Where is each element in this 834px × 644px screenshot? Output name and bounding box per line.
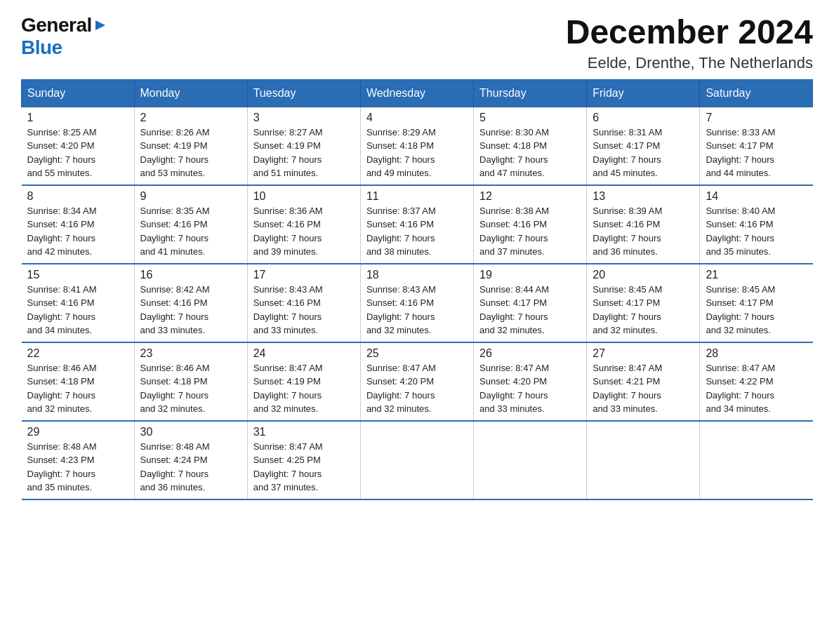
day-number: 24 [253,347,355,360]
day-number: 11 [366,190,468,203]
day-number: 20 [593,269,694,281]
day-header-wednesday: Wednesday [360,79,473,107]
calendar-cell: 23Sunrise: 8:46 AM Sunset: 4:18 PM Dayli… [134,342,247,421]
logo-general: General [21,14,92,36]
day-number: 1 [27,112,128,124]
calendar-cell [700,421,813,499]
calendar-cell: 27Sunrise: 8:47 AM Sunset: 4:21 PM Dayli… [587,342,700,421]
calendar-table: SundayMondayTuesdayWednesdayThursdayFrid… [21,79,813,500]
day-info: Sunrise: 8:37 AM Sunset: 4:16 PM Dayligh… [366,204,468,259]
day-number: 10 [253,190,355,203]
calendar-cell: 19Sunrise: 8:44 AM Sunset: 4:17 PM Dayli… [474,264,587,342]
day-info: Sunrise: 8:47 AM Sunset: 4:20 PM Dayligh… [366,361,468,416]
day-number: 8 [27,190,128,203]
logo: General Blue [21,14,107,59]
day-info: Sunrise: 8:48 AM Sunset: 4:23 PM Dayligh… [27,440,128,495]
week-row-3: 15Sunrise: 8:41 AM Sunset: 4:16 PM Dayli… [22,264,813,342]
day-number: 31 [253,426,355,438]
title-block: December 2024 Eelde, Drenthe, The Nether… [566,14,813,72]
day-info: Sunrise: 8:44 AM Sunset: 4:17 PM Dayligh… [479,283,581,337]
page-title: December 2024 [566,14,813,51]
day-number: 3 [253,112,355,124]
day-info: Sunrise: 8:46 AM Sunset: 4:18 PM Dayligh… [27,361,128,416]
calendar-cell: 26Sunrise: 8:47 AM Sunset: 4:20 PM Dayli… [474,342,587,421]
calendar-cell: 11Sunrise: 8:37 AM Sunset: 4:16 PM Dayli… [360,185,473,264]
calendar-cell: 18Sunrise: 8:43 AM Sunset: 4:16 PM Dayli… [360,264,473,342]
day-number: 9 [140,190,241,203]
day-number: 2 [140,112,241,124]
day-info: Sunrise: 8:41 AM Sunset: 4:16 PM Dayligh… [27,283,128,337]
calendar-cell: 10Sunrise: 8:36 AM Sunset: 4:16 PM Dayli… [247,185,360,264]
day-info: Sunrise: 8:46 AM Sunset: 4:18 PM Dayligh… [140,361,241,416]
page-header: General Blue December 2024 Eelde, Drenth… [21,14,813,72]
day-number: 4 [366,112,468,124]
day-info: Sunrise: 8:34 AM Sunset: 4:16 PM Dayligh… [27,204,128,259]
svg-marker-0 [95,20,105,30]
week-row-1: 1Sunrise: 8:25 AM Sunset: 4:20 PM Daylig… [22,107,813,185]
day-info: Sunrise: 8:45 AM Sunset: 4:17 PM Dayligh… [706,283,807,337]
day-info: Sunrise: 8:45 AM Sunset: 4:17 PM Dayligh… [593,283,694,337]
calendar-cell [474,421,587,499]
day-number: 28 [706,347,807,360]
calendar-cell: 31Sunrise: 8:47 AM Sunset: 4:25 PM Dayli… [247,421,360,499]
day-number: 6 [593,112,694,124]
week-row-2: 8Sunrise: 8:34 AM Sunset: 4:16 PM Daylig… [22,185,813,264]
calendar-cell: 9Sunrise: 8:35 AM Sunset: 4:16 PM Daylig… [134,185,247,264]
calendar-cell: 30Sunrise: 8:48 AM Sunset: 4:24 PM Dayli… [134,421,247,499]
logo-blue: Blue [21,36,62,59]
day-header-tuesday: Tuesday [247,79,360,107]
day-info: Sunrise: 8:35 AM Sunset: 4:16 PM Dayligh… [140,204,241,259]
calendar-cell: 22Sunrise: 8:46 AM Sunset: 4:18 PM Dayli… [22,342,135,421]
day-number: 21 [706,269,807,281]
calendar-cell: 5Sunrise: 8:30 AM Sunset: 4:18 PM Daylig… [474,107,587,185]
calendar-header-row: SundayMondayTuesdayWednesdayThursdayFrid… [22,79,813,107]
calendar-cell: 12Sunrise: 8:38 AM Sunset: 4:16 PM Dayli… [474,185,587,264]
calendar-cell: 20Sunrise: 8:45 AM Sunset: 4:17 PM Dayli… [587,264,700,342]
day-info: Sunrise: 8:47 AM Sunset: 4:22 PM Dayligh… [706,361,807,416]
day-info: Sunrise: 8:43 AM Sunset: 4:16 PM Dayligh… [253,283,355,337]
day-number: 23 [140,347,241,360]
calendar-cell: 28Sunrise: 8:47 AM Sunset: 4:22 PM Dayli… [700,342,813,421]
week-row-4: 22Sunrise: 8:46 AM Sunset: 4:18 PM Dayli… [22,342,813,421]
page-subtitle: Eelde, Drenthe, The Netherlands [566,54,813,72]
day-number: 30 [140,426,241,438]
day-info: Sunrise: 8:39 AM Sunset: 4:16 PM Dayligh… [593,204,694,259]
day-number: 19 [479,269,581,281]
day-info: Sunrise: 8:40 AM Sunset: 4:16 PM Dayligh… [706,204,807,259]
logo-arrow-icon [94,19,107,34]
calendar-cell: 15Sunrise: 8:41 AM Sunset: 4:16 PM Dayli… [22,264,135,342]
day-header-thursday: Thursday [474,79,587,107]
day-info: Sunrise: 8:47 AM Sunset: 4:20 PM Dayligh… [479,361,581,416]
calendar-cell [360,421,473,499]
day-info: Sunrise: 8:30 AM Sunset: 4:18 PM Dayligh… [479,126,581,180]
day-number: 27 [593,347,694,360]
calendar-cell [587,421,700,499]
calendar-cell: 1Sunrise: 8:25 AM Sunset: 4:20 PM Daylig… [22,107,135,185]
day-info: Sunrise: 8:33 AM Sunset: 4:17 PM Dayligh… [706,126,807,180]
day-number: 18 [366,269,468,281]
day-info: Sunrise: 8:47 AM Sunset: 4:19 PM Dayligh… [253,361,355,416]
day-info: Sunrise: 8:25 AM Sunset: 4:20 PM Dayligh… [27,126,128,180]
week-row-5: 29Sunrise: 8:48 AM Sunset: 4:23 PM Dayli… [22,421,813,499]
day-number: 26 [479,347,581,360]
calendar-cell: 29Sunrise: 8:48 AM Sunset: 4:23 PM Dayli… [22,421,135,499]
day-number: 17 [253,269,355,281]
calendar-cell: 8Sunrise: 8:34 AM Sunset: 4:16 PM Daylig… [22,185,135,264]
calendar-cell: 13Sunrise: 8:39 AM Sunset: 4:16 PM Dayli… [587,185,700,264]
day-number: 14 [706,190,807,203]
day-number: 25 [366,347,468,360]
day-info: Sunrise: 8:47 AM Sunset: 4:21 PM Dayligh… [593,361,694,416]
day-info: Sunrise: 8:26 AM Sunset: 4:19 PM Dayligh… [140,126,241,180]
calendar-cell: 24Sunrise: 8:47 AM Sunset: 4:19 PM Dayli… [247,342,360,421]
day-header-monday: Monday [134,79,247,107]
calendar-cell: 21Sunrise: 8:45 AM Sunset: 4:17 PM Dayli… [700,264,813,342]
day-header-sunday: Sunday [22,79,135,107]
day-info: Sunrise: 8:31 AM Sunset: 4:17 PM Dayligh… [593,126,694,180]
day-number: 15 [27,269,128,281]
day-info: Sunrise: 8:43 AM Sunset: 4:16 PM Dayligh… [366,283,468,337]
day-header-friday: Friday [587,79,700,107]
calendar-cell: 14Sunrise: 8:40 AM Sunset: 4:16 PM Dayli… [700,185,813,264]
calendar-cell: 6Sunrise: 8:31 AM Sunset: 4:17 PM Daylig… [587,107,700,185]
day-number: 22 [27,347,128,360]
day-info: Sunrise: 8:29 AM Sunset: 4:18 PM Dayligh… [366,126,468,180]
